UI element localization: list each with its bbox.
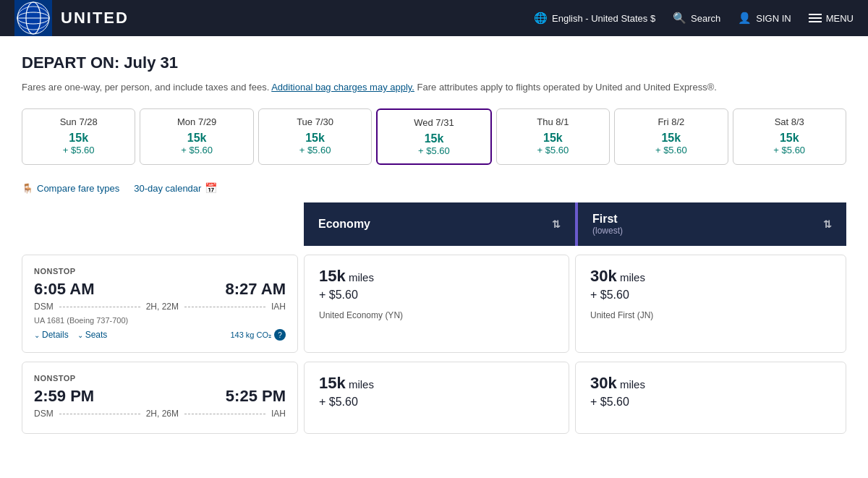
first-sort-icon[interactable]: ⇅ [823,218,832,230]
first-column-header: First (lowest) ⇅ [575,202,846,246]
nonstop-badge: NONSTOP [34,267,286,276]
compare-icon: 🪑 [22,183,33,194]
user-icon: 👤 [738,12,752,25]
date-fee: + $5.60 [622,145,720,155]
depart-title: DEPART ON: July 31 [22,54,846,72]
flight-row-1: NONSTOP 2:59 PM 5:25 PM DSM 2H, 26M IAH … [22,362,846,434]
first-col-title: First (lowest) [592,213,623,236]
times-row: 6:05 AM 8:27 AM [34,280,286,299]
date-miles: 15k [266,132,364,145]
date-label: Thu 8/1 [504,116,602,127]
date-card-2[interactable]: Tue 7/30 15k + $5.60 [258,108,372,165]
duration: 2H, 26M [146,409,179,419]
economy-fee: + $5.60 [319,289,554,302]
arrive-time: 5:25 PM [226,387,286,406]
arrive-time: 8:27 AM [225,280,286,299]
search-button[interactable]: 🔍 Search [673,12,720,25]
origin-code: DSM [34,302,54,312]
route-dash-2 [184,414,265,414]
logo-text: UNITED [61,9,129,27]
first-fee: + $5.60 [590,289,831,302]
nonstop-badge: NONSTOP [34,374,286,383]
first-label: First [592,213,623,226]
date-card-0[interactable]: Sun 7/28 15k + $5.60 [22,108,135,165]
signin-label: SIGN IN [756,13,791,24]
route-dash [59,414,140,414]
flight-row-0: NONSTOP 6:05 AM 8:27 AM DSM 2H, 22M IAH … [22,255,846,353]
date-miles: 15k [504,132,602,145]
first-fare-1[interactable]: 30k miles + $5.60 [575,362,846,434]
first-class: United First (JN) [590,310,831,320]
date-card-1[interactable]: Mon 7/29 15k + $5.60 [140,108,253,165]
date-label: Fri 8/2 [622,116,720,127]
page-header: UNITED 🌐 English - United States $ 🔍 Sea… [0,0,868,36]
menu-label: MENU [826,13,854,24]
date-fee: + $5.60 [266,145,364,155]
date-card-4[interactable]: Thu 8/1 15k + $5.60 [496,108,610,165]
economy-fee: + $5.60 [319,396,554,409]
hamburger-icon [809,14,822,22]
bag-charges-link[interactable]: Additional bag charges may apply. [271,82,414,93]
economy-miles-unit: miles [346,378,374,390]
date-fee: + $5.60 [504,145,602,155]
compare-fare-types-link[interactable]: 🪑 Compare fare types [22,183,119,194]
first-miles: 30k miles [590,374,831,393]
date-fee: + $5.60 [741,145,838,155]
compare-fare-label: Compare fare types [37,183,119,194]
co2-badge: 143 kg CO₂ ? [230,329,286,341]
economy-column-header: Economy ⇅ [304,202,575,246]
route-row: DSM 2H, 22M IAH [34,302,286,312]
date-card-3[interactable]: Wed 7/31 15k + $5.60 [376,108,491,165]
economy-miles: 15k miles [319,374,554,393]
details-button[interactable]: ⌄ Details [34,330,69,340]
language-selector[interactable]: 🌐 English - United States $ [534,12,655,25]
calendar-label: 30-day calendar [134,183,201,194]
date-label: Wed 7/31 [385,117,482,128]
duration: 2H, 22M [146,302,179,312]
signin-button[interactable]: 👤 SIGN IN [738,12,791,25]
seats-button[interactable]: ⌄ Seats [77,330,108,340]
fare-notice: Fares are one-way, per person, and inclu… [22,81,846,94]
route-dash [59,307,140,307]
times-row: 2:59 PM 5:25 PM [34,387,286,406]
economy-miles-unit: miles [346,271,374,283]
search-label: Search [691,13,720,24]
date-card-5[interactable]: Fri 8/2 15k + $5.60 [614,108,728,165]
first-sub-label: (lowest) [592,226,623,236]
economy-class: United Economy (YN) [319,310,554,320]
calendar-link[interactable]: 30-day calendar [134,182,217,194]
dest-code: IAH [271,302,286,312]
header-nav: 🌐 English - United States $ 🔍 Search 👤 S… [534,12,854,25]
flight-info-1: NONSTOP 2:59 PM 5:25 PM DSM 2H, 26M IAH [22,362,298,434]
logo-globe [14,0,52,36]
date-fee: + $5.60 [385,145,482,156]
date-label: Tue 7/30 [266,116,364,127]
flight-info-0: NONSTOP 6:05 AM 8:27 AM DSM 2H, 22M IAH … [22,255,298,353]
economy-label: Economy [318,218,370,231]
date-label: Sun 7/28 [30,116,127,127]
calendar-icon [205,182,217,194]
co2-info-button[interactable]: ? [274,329,286,341]
economy-miles: 15k miles [319,267,554,286]
date-miles: 15k [622,132,720,145]
first-fee: + $5.60 [590,396,831,409]
language-label: English - United States $ [552,13,655,24]
date-miles: 15k [741,132,838,145]
first-fare-0[interactable]: 30k miles + $5.60 United First (JN) [575,255,846,353]
origin-code: DSM [34,409,54,419]
flights-header: Economy ⇅ First (lowest) ⇅ [22,202,846,246]
date-label: Sat 8/3 [741,116,838,127]
menu-button[interactable]: MENU [809,13,854,24]
economy-col-title: Economy [318,218,370,231]
co2-value: 143 kg CO₂ [230,330,271,340]
main-content: DEPART ON: July 31 Fares are one-way, pe… [0,36,868,451]
economy-fare-1[interactable]: 15k miles + $5.60 [304,362,569,434]
economy-fare-0[interactable]: 15k miles + $5.60 United Economy (YN) [304,255,569,353]
date-card-6[interactable]: Sat 8/3 15k + $5.60 [733,108,846,165]
economy-sort-icon[interactable]: ⇅ [552,218,561,230]
date-fee: + $5.60 [30,145,127,155]
flight-actions: ⌄ Details ⌄ Seats 143 kg CO₂ ? [34,329,286,341]
date-miles: 15k [30,132,127,145]
search-icon: 🔍 [673,12,686,25]
date-fee: + $5.60 [148,145,245,155]
